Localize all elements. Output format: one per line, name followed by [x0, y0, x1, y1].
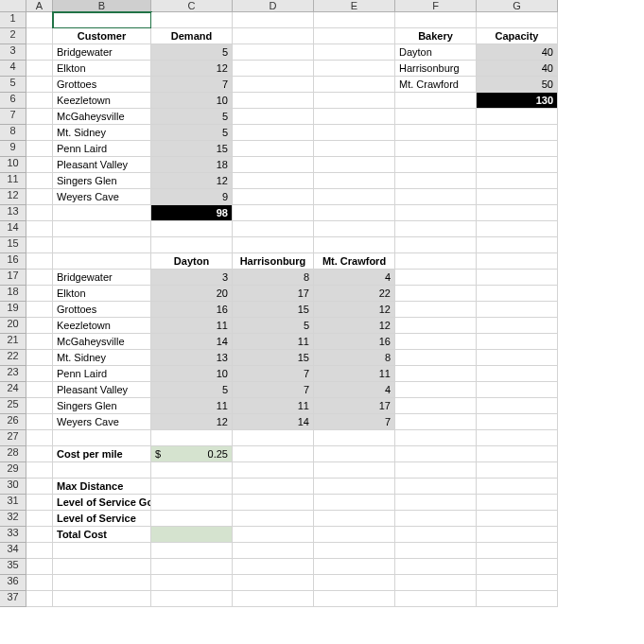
cell-C34[interactable] [151, 543, 233, 559]
cell-G35[interactable] [477, 559, 558, 575]
cell-A22[interactable] [26, 350, 53, 366]
cell-E7[interactable] [314, 109, 395, 125]
cell-C35[interactable] [151, 559, 233, 575]
cell-E24[interactable]: 4 [314, 382, 395, 398]
cell-F6[interactable] [395, 93, 477, 109]
cell-F18[interactable] [395, 286, 477, 302]
cell-E28[interactable] [314, 446, 395, 462]
cell-A19[interactable] [26, 302, 53, 318]
row-header-5[interactable]: 5 [0, 77, 26, 93]
row-header-36[interactable]: 36 [0, 575, 26, 591]
cell-F20[interactable] [395, 318, 477, 334]
cell-G2[interactable]: Capacity [477, 28, 558, 44]
cell-E33[interactable] [314, 527, 395, 543]
row-header-28[interactable]: 28 [0, 446, 26, 462]
row-header-23[interactable]: 23 [0, 366, 26, 382]
row-header-8[interactable]: 8 [0, 125, 26, 141]
cell-C16[interactable]: Dayton [151, 253, 233, 270]
row-header-26[interactable]: 26 [0, 414, 26, 430]
cell-F30[interactable] [395, 479, 477, 495]
row-header-9[interactable]: 9 [0, 141, 26, 157]
cell-G31[interactable] [477, 495, 558, 511]
cell-E18[interactable]: 22 [314, 286, 395, 302]
cell-C37[interactable] [151, 591, 233, 607]
cell-F9[interactable] [395, 141, 477, 157]
cell-F22[interactable] [395, 350, 477, 366]
cell-G5[interactable]: 50 [477, 77, 558, 93]
col-header-D[interactable]: D [233, 0, 314, 12]
col-header-A[interactable]: A [26, 0, 53, 12]
cell-G29[interactable] [477, 462, 558, 479]
cell-B1[interactable] [53, 12, 151, 28]
cell-E22[interactable]: 8 [314, 350, 395, 366]
cell-B4[interactable]: Elkton [53, 61, 151, 77]
cell-B35[interactable] [53, 559, 151, 575]
select-all-corner[interactable] [0, 0, 26, 12]
cell-E6[interactable] [314, 93, 395, 109]
cell-B5[interactable]: Grottoes [53, 77, 151, 93]
cell-E13[interactable] [314, 205, 395, 221]
cell-C13[interactable]: 98 [151, 205, 233, 221]
cell-A6[interactable] [26, 93, 53, 109]
cell-A28[interactable] [26, 446, 53, 462]
cell-E14[interactable] [314, 221, 395, 237]
row-header-2[interactable]: 2 [0, 28, 26, 44]
cell-D1[interactable] [233, 12, 314, 28]
cell-E2[interactable] [314, 28, 395, 44]
cell-D29[interactable] [233, 462, 314, 479]
cell-F21[interactable] [395, 334, 477, 350]
cell-A30[interactable] [26, 479, 53, 495]
cell-A33[interactable] [26, 527, 53, 543]
cell-A21[interactable] [26, 334, 53, 350]
cell-C2[interactable]: Demand [151, 28, 233, 44]
cell-E16[interactable]: Mt. Crawford [314, 253, 395, 270]
cell-A29[interactable] [26, 462, 53, 479]
cell-C31[interactable] [151, 495, 233, 511]
cell-E20[interactable]: 12 [314, 318, 395, 334]
cell-D12[interactable] [233, 189, 314, 205]
cell-A11[interactable] [26, 173, 53, 189]
cell-C15[interactable] [151, 237, 233, 253]
cell-D26[interactable]: 14 [233, 414, 314, 430]
cell-E32[interactable] [314, 511, 395, 527]
cell-B16[interactable] [53, 253, 151, 270]
cell-F14[interactable] [395, 221, 477, 237]
cell-D27[interactable] [233, 430, 314, 446]
cell-B34[interactable] [53, 543, 151, 559]
cell-D35[interactable] [233, 559, 314, 575]
cell-A23[interactable] [26, 366, 53, 382]
cell-D20[interactable]: 5 [233, 318, 314, 334]
row-header-24[interactable]: 24 [0, 382, 26, 398]
cell-F4[interactable]: Harrisonburg [395, 61, 477, 77]
cell-G10[interactable] [477, 157, 558, 173]
cell-G11[interactable] [477, 173, 558, 189]
cell-C21[interactable]: 14 [151, 334, 233, 350]
cell-D4[interactable] [233, 61, 314, 77]
row-header-25[interactable]: 25 [0, 398, 26, 414]
cell-D25[interactable]: 11 [233, 398, 314, 414]
cell-C6[interactable]: 10 [151, 93, 233, 109]
cell-G19[interactable] [477, 302, 558, 318]
cell-G26[interactable] [477, 414, 558, 430]
cell-E9[interactable] [314, 141, 395, 157]
cell-B31[interactable]: Level of Service Goal [53, 495, 151, 511]
cell-D36[interactable] [233, 575, 314, 591]
cell-D37[interactable] [233, 591, 314, 607]
cell-B14[interactable] [53, 221, 151, 237]
cell-G34[interactable] [477, 543, 558, 559]
cell-E26[interactable]: 7 [314, 414, 395, 430]
cell-D2[interactable] [233, 28, 314, 44]
row-header-16[interactable]: 16 [0, 253, 26, 270]
cell-C25[interactable]: 11 [151, 398, 233, 414]
row-header-20[interactable]: 20 [0, 318, 26, 334]
row-header-1[interactable]: 1 [0, 12, 26, 28]
cell-G32[interactable] [477, 511, 558, 527]
cell-B7[interactable]: McGaheysville [53, 109, 151, 125]
cell-E25[interactable]: 17 [314, 398, 395, 414]
cell-D7[interactable] [233, 109, 314, 125]
cell-G20[interactable] [477, 318, 558, 334]
cell-E27[interactable] [314, 430, 395, 446]
cell-G22[interactable] [477, 350, 558, 366]
cell-F13[interactable] [395, 205, 477, 221]
cell-G3[interactable]: 40 [477, 44, 558, 61]
